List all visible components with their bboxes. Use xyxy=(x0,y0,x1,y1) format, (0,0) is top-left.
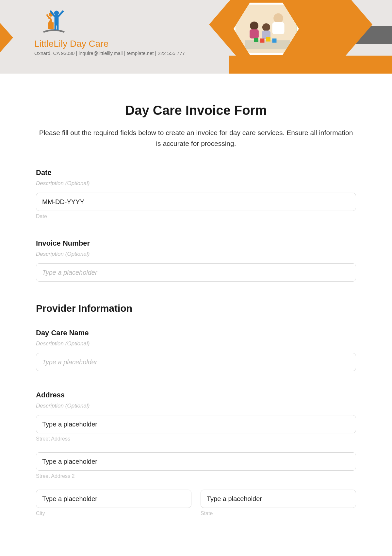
brand-contact-line: Oxnard, CA 93030 | inquire@littlelily.ma… xyxy=(34,50,185,56)
form-description: Please fill out the required fields belo… xyxy=(36,128,356,149)
daycare-name-label: Day Care Name xyxy=(36,329,356,337)
daycare-name-hint: Description (Optional) xyxy=(36,340,356,347)
svg-rect-16 xyxy=(55,25,57,30)
invoice-number-input[interactable] xyxy=(36,263,356,282)
state-sublabel: State xyxy=(201,511,356,516)
svg-rect-17 xyxy=(57,25,59,30)
address-hint: Description (Optional) xyxy=(36,403,356,409)
street-address-2-input[interactable] xyxy=(36,452,356,471)
city-sublabel: City xyxy=(36,511,191,516)
brand-name: LittleLily Day Care xyxy=(34,39,185,49)
date-hint: Description (Optional) xyxy=(36,180,356,187)
field-daycare-name: Day Care Name Description (Optional) xyxy=(36,329,356,371)
field-invoice-number: Invoice Number Description (Optional) xyxy=(36,239,356,282)
decor-orange-strip xyxy=(229,56,392,74)
svg-rect-8 xyxy=(254,38,258,42)
date-label: Date xyxy=(36,168,356,177)
form-container: Day Care Invoice Form Please fill out th… xyxy=(0,74,392,516)
city-input[interactable] xyxy=(36,490,191,508)
field-date: Date Description (Optional) Date xyxy=(36,168,356,219)
invoice-number-hint: Description (Optional) xyxy=(36,251,356,257)
svg-point-3 xyxy=(250,22,258,30)
invoice-number-label: Invoice Number xyxy=(36,239,356,248)
brand-logo-icon xyxy=(41,10,67,36)
state-input[interactable] xyxy=(201,490,356,508)
street-address-1-sublabel: Street Address xyxy=(36,436,356,442)
svg-rect-4 xyxy=(250,29,259,39)
form-title: Day Care Invoice Form xyxy=(36,103,356,118)
svg-point-14 xyxy=(54,10,59,15)
svg-rect-11 xyxy=(272,39,277,43)
header-banner: LittleLily Day Care Oxnard, CA 93030 | i… xyxy=(0,0,392,74)
svg-point-5 xyxy=(262,23,270,31)
decor-chevron-left xyxy=(0,23,13,52)
date-sublabel: Date xyxy=(36,214,356,219)
field-address: Address Description (Optional) Street Ad… xyxy=(36,391,356,516)
svg-rect-2 xyxy=(272,22,285,34)
street-address-2-sublabel: Street Address 2 xyxy=(36,473,356,479)
svg-rect-13 xyxy=(48,22,54,29)
date-input[interactable] xyxy=(36,193,356,211)
daycare-name-input[interactable] xyxy=(36,353,356,371)
brand-block: LittleLily Day Care Oxnard, CA 93030 | i… xyxy=(34,10,185,56)
svg-rect-10 xyxy=(266,37,270,42)
svg-point-1 xyxy=(273,13,283,23)
street-address-1-input[interactable] xyxy=(36,415,356,433)
svg-rect-9 xyxy=(260,39,265,43)
address-label: Address xyxy=(36,391,356,399)
provider-info-heading: Provider Information xyxy=(36,303,356,314)
svg-rect-7 xyxy=(245,40,290,49)
